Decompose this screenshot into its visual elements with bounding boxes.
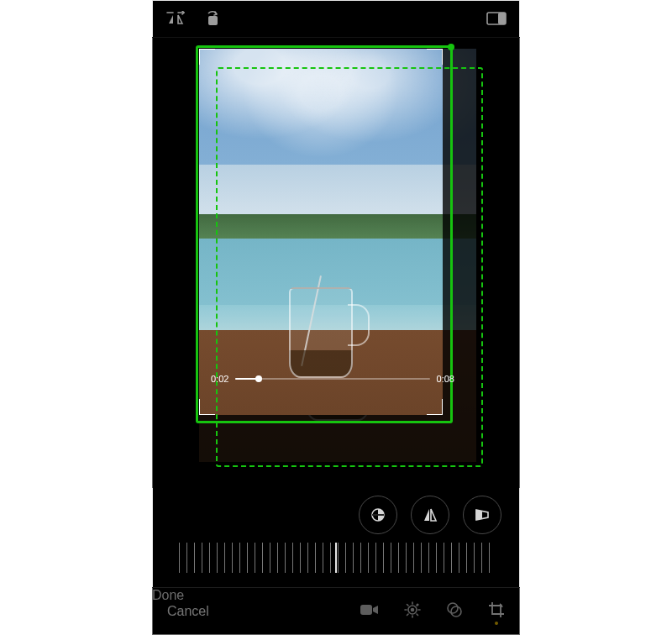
crop-handle-br[interactable] xyxy=(427,399,443,415)
flip-tools-row xyxy=(359,496,501,534)
crop-window[interactable] xyxy=(199,49,443,415)
dial-center-tick xyxy=(335,543,337,573)
tab-filters[interactable] xyxy=(446,601,463,622)
flip-vertical-button[interactable] xyxy=(359,496,397,534)
flip-horizontal-button[interactable] xyxy=(411,496,449,534)
top-toolbar xyxy=(152,0,520,38)
straighten-dial[interactable] xyxy=(179,543,493,573)
svg-point-6 xyxy=(412,609,414,611)
svg-rect-2 xyxy=(498,13,506,24)
cancel-button[interactable]: Cancel xyxy=(167,604,209,619)
crop-canvas[interactable]: 0:02 0:08 xyxy=(152,37,520,488)
crop-handle-bl[interactable] xyxy=(199,399,215,415)
aspect-ratio-icon[interactable] xyxy=(485,7,508,30)
tab-crop[interactable] xyxy=(488,601,505,622)
rotate-icon[interactable] xyxy=(201,7,224,30)
bottom-toolbar: Cancel xyxy=(152,587,520,635)
svg-point-7 xyxy=(417,604,419,606)
video-crop-editor: 0:02 0:08 xyxy=(152,0,520,635)
tab-video[interactable] xyxy=(360,603,379,620)
svg-rect-4 xyxy=(360,605,372,615)
editor-tabs xyxy=(360,601,505,622)
flip-horizontal-icon[interactable] xyxy=(164,7,187,30)
tab-adjust[interactable] xyxy=(404,601,421,622)
svg-rect-0 xyxy=(208,16,218,25)
perspective-button[interactable] xyxy=(463,496,501,534)
crop-handle-tr[interactable] xyxy=(427,49,443,65)
crop-handle-tl[interactable] xyxy=(199,49,215,65)
